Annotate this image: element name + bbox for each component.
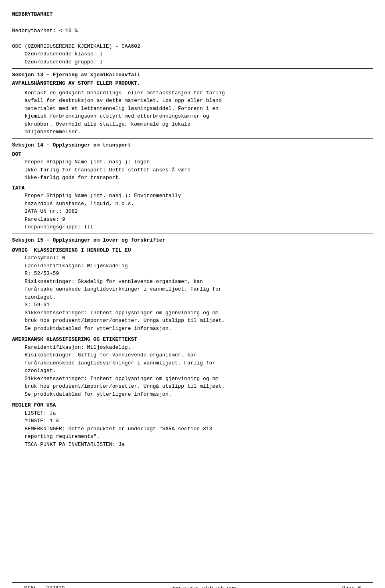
dot-content: Proper Shipping Name (int. nasj.): Ingen… bbox=[12, 158, 373, 182]
footer-center: www.sigma-aldrich.com bbox=[170, 585, 236, 588]
iata-content: Proper Shipping Name (int. nasj.): Envir… bbox=[12, 192, 373, 231]
page-footer: SIAL - 242810 www.sigma-aldrich.com Page… bbox=[12, 582, 373, 588]
us-classification-content: Fareidentifikasjon: Miljøskadelig. Risik… bbox=[12, 344, 373, 399]
footer-right: Page 6 bbox=[342, 585, 361, 588]
eu-classification-content: Faresymbol: N Fareidentifikasjon: Miljøs… bbox=[12, 254, 373, 332]
divider-1 bbox=[12, 68, 373, 69]
iata-label: IATA bbox=[12, 184, 373, 192]
footer-left: SIAL - 242810 bbox=[24, 585, 65, 588]
divider-3 bbox=[12, 234, 373, 234]
dot-label: DOT bbox=[12, 151, 373, 159]
section12-header: NEDBRYTBARHET bbox=[12, 11, 373, 17]
section13-header: Seksjon 13 - Fjerning av kjemikalieavfal… bbox=[12, 72, 373, 78]
divider-2 bbox=[12, 138, 373, 139]
page-content: NEDBRYTBARHET Nedbrytbarhet: < 10 % ODC … bbox=[12, 11, 373, 448]
eu-classification-header: ØVRIG KLASSIFISERING I HENHOLD TIL EU bbox=[12, 246, 373, 254]
section15-header: Seksjon 15 - Opplysninger om lover og fo… bbox=[12, 237, 373, 243]
section12-content: Nedbrytbarhet: < 10 % ODC (OZONREDUSEREN… bbox=[12, 19, 373, 66]
section13-content: Kontakt en godkjent behandlings- eller m… bbox=[12, 89, 373, 136]
section13-subheader: AVFALLSHÅNDTERING AV STOFF ELLER PRODUKT… bbox=[12, 79, 373, 87]
section14-header: Seksjon 14 - Opplysninger om transport bbox=[12, 142, 373, 148]
usa-rules-content: LISTET: Ja MINSTE: 1 % BEMERKNINGER: Det… bbox=[12, 409, 373, 449]
usa-rules-header: REGLER FOR USA bbox=[12, 401, 373, 409]
us-classification-header: AMERIKANSK KLASSIFISERING OG ETIKETTEKST bbox=[12, 336, 373, 344]
